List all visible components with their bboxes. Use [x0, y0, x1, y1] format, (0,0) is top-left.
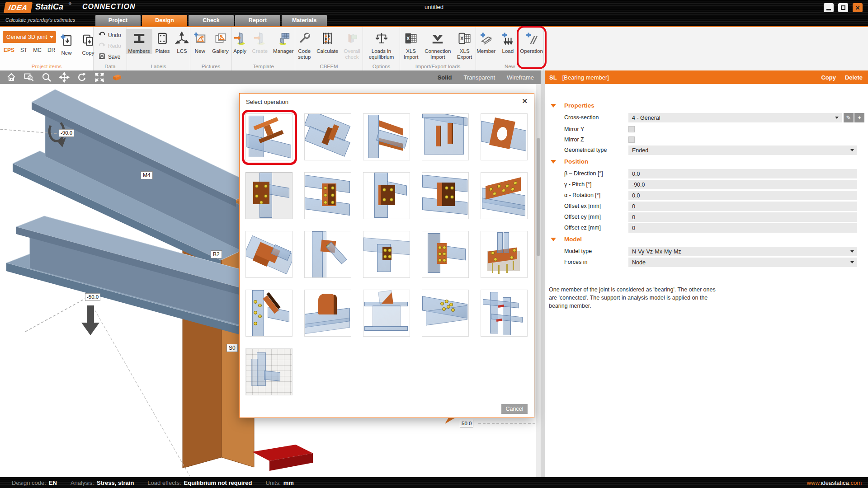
project-mode-st[interactable]: ST [20, 47, 27, 53]
apply-button[interactable]: Apply [231, 29, 250, 54]
button-label: Connection Import [425, 48, 451, 60]
pitch-input[interactable]: -90.0 [628, 180, 857, 189]
member-label-b2[interactable]: B2 [211, 250, 222, 258]
offset-ex-mm-input[interactable]: 0 [628, 202, 857, 211]
operation-tile-fin-plate[interactable] [245, 172, 292, 219]
xls-import-button[interactable]: XXLS Import [400, 29, 422, 60]
operation-tile-gusset-cleat[interactable] [245, 231, 292, 278]
forces-in-dropdown[interactable]: Node [628, 258, 857, 267]
project-mode-dr[interactable]: DR [47, 47, 55, 53]
undo-button[interactable]: Undo [98, 31, 121, 40]
field-value: 0 [632, 225, 635, 231]
tab-project[interactable]: Project [95, 15, 141, 26]
button-label: Copy [82, 50, 94, 56]
fit-view-icon[interactable] [93, 71, 106, 83]
viewport-scrollbar[interactable] [536, 84, 541, 477]
zoom-window-icon[interactable] [23, 71, 35, 83]
operation-tile-stub[interactable] [304, 290, 351, 337]
maximize-button[interactable] [838, 3, 848, 12]
zoom-icon[interactable] [40, 71, 53, 83]
loads-in-equilibrium-button[interactable]: Loads in equilibrium [363, 29, 400, 60]
add-load-icon [501, 32, 514, 47]
delete-member-button[interactable]: Delete [845, 74, 863, 81]
tab-check[interactable]: Check [189, 15, 234, 26]
operation-tile-fin-plate-short[interactable] [363, 231, 410, 278]
geometrical-type-dropdown[interactable]: Ended [628, 145, 857, 155]
offset-ey-mm-input[interactable]: 0 [628, 212, 857, 222]
lcs-button[interactable]: LCS [172, 29, 191, 54]
rotation-input[interactable]: 0.0 [628, 191, 857, 200]
operation-tile-cut-by-member[interactable] [304, 113, 351, 160]
minimize-button[interactable] [824, 3, 834, 12]
solid-brick-icon[interactable] [111, 71, 123, 83]
operation-tile-moment-end-plate[interactable] [422, 231, 469, 278]
model-type-dropdown[interactable]: N-Vy-Vz-Mx-My-Mz [628, 247, 857, 256]
member-role-label: [Bearing member] [562, 74, 609, 81]
collapse-triangle-icon [551, 238, 556, 241]
cancel-button[interactable]: Cancel [501, 404, 528, 414]
operation-button[interactable]: Operation [517, 29, 546, 54]
mirror-y-checkbox[interactable] [628, 126, 635, 132]
new-project-button[interactable]: New [57, 31, 76, 56]
add-cross-section-button[interactable]: + [854, 113, 864, 122]
members-icon [132, 32, 146, 47]
operation-tile-connecting-plate[interactable] [363, 172, 410, 219]
operation-tile-fastener-grid[interactable] [422, 290, 469, 337]
project-mode-eps[interactable]: EPS [4, 47, 14, 53]
section-properties[interactable]: Properties [551, 102, 594, 109]
apply-icon [233, 32, 247, 47]
scrollbar-thumb[interactable] [537, 138, 540, 256]
render-mode-solid[interactable]: Solid [438, 74, 452, 81]
section-model[interactable]: Model [551, 236, 582, 243]
operation-tile-weld[interactable] [481, 290, 528, 337]
operation-tile-bolted-cleat[interactable] [245, 290, 292, 337]
tab-design[interactable]: Design [142, 15, 187, 26]
operation-tile-rib[interactable] [363, 290, 410, 337]
project-mode-mc[interactable]: MC [33, 47, 42, 53]
undo-icon [98, 31, 106, 40]
operation-tile-opening[interactable] [481, 113, 528, 160]
edit-cross-section-button[interactable]: ✎ [844, 113, 854, 122]
gallery-button[interactable]: Gallery [209, 29, 231, 54]
rotate-icon[interactable] [75, 71, 88, 83]
direction-input[interactable]: 0.0 [628, 169, 857, 178]
manager-button[interactable]: Manager [270, 29, 296, 54]
load-button[interactable]: Load [498, 29, 517, 54]
pan-icon[interactable] [58, 71, 71, 83]
operation-tile-base-plate[interactable] [481, 231, 528, 278]
operation-tile-flange-plate[interactable] [481, 172, 528, 219]
calculate-button[interactable]: Calculate [314, 29, 341, 60]
tab-materials[interactable]: Materials [282, 15, 327, 26]
button-label: LCS [177, 48, 187, 54]
operation-tile-splice[interactable] [422, 172, 469, 219]
operation-tile-cut-of-member[interactable] [245, 113, 292, 160]
xls-export-button[interactable]: XXLS Export [453, 29, 476, 60]
new-button[interactable]: New [190, 29, 209, 54]
member-label-s0[interactable]: S0 [226, 344, 238, 352]
dialog-close-icon[interactable]: ✕ [522, 97, 528, 105]
operation-tile-widener[interactable] [363, 113, 410, 160]
website-link[interactable]: www.ideastatica.com [807, 479, 862, 486]
members-button[interactable]: Members [126, 29, 153, 54]
cross-section-dropdown[interactable]: 4 - General [628, 113, 842, 122]
section-position[interactable]: Position [551, 158, 588, 165]
save-button[interactable]: Save [98, 52, 120, 61]
joint-type-dropdown[interactable]: General 3D joint [3, 31, 56, 43]
copy-member-button[interactable]: Copy [821, 74, 836, 81]
render-mode-transparent[interactable]: Transparent [463, 74, 495, 81]
tab-report[interactable]: Report [235, 15, 280, 26]
operation-tile-end-plate[interactable] [304, 172, 351, 219]
plates-button[interactable]: Plates [152, 29, 172, 54]
code-setup-button[interactable]: Code setup [295, 29, 314, 60]
home-icon[interactable] [5, 71, 18, 83]
mirror-z-checkbox[interactable] [628, 136, 635, 143]
close-button[interactable]: ✕ [853, 3, 863, 12]
member-button[interactable]: Member [474, 29, 498, 54]
connection-import-button[interactable]: Connection Import [422, 29, 453, 60]
operation-tile-pin-gusset[interactable] [304, 231, 351, 278]
operation-tile-workplane[interactable] [245, 348, 292, 395]
operation-tile-stiffener[interactable] [422, 113, 469, 160]
offset-ez-mm-input[interactable]: 0 [628, 223, 857, 233]
member-label-m4[interactable]: M4 [141, 171, 153, 179]
render-mode-wireframe[interactable]: Wireframe [507, 74, 534, 81]
